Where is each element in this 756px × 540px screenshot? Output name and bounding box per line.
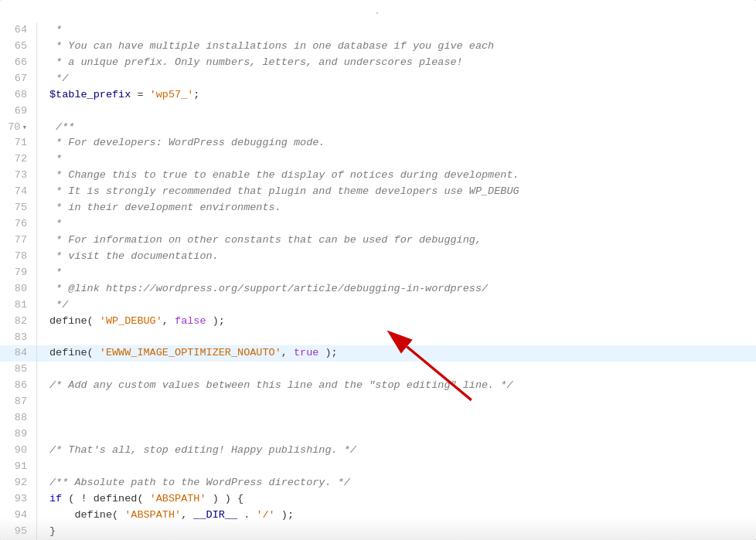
line-content: * xyxy=(37,265,756,281)
line-content: * visit the documentation. xyxy=(37,249,756,265)
line-number: 84 xyxy=(0,345,37,362)
table-row: 95} xyxy=(0,524,756,540)
table-row: 78 * visit the documentation. xyxy=(0,249,756,265)
line-number: 74 xyxy=(0,184,37,200)
table-row: 93if ( ! defined( 'ABSPATH' ) ) { xyxy=(0,491,756,508)
line-content: * in their development environments. xyxy=(37,200,756,216)
line-number: 90 xyxy=(0,443,37,459)
table-row: 89 xyxy=(0,426,756,443)
line-content: * a unique prefix. Only numbers, letters… xyxy=(37,55,756,71)
line-number: 88 xyxy=(0,410,37,426)
line-number: 86 xyxy=(0,378,37,394)
line-content xyxy=(37,410,756,426)
line-content xyxy=(37,394,756,410)
line-content: } xyxy=(37,524,756,540)
table-row: 72 * xyxy=(0,151,756,168)
line-content: /** Absolute path to the WordPress direc… xyxy=(37,475,756,491)
line-number: 95 xyxy=(0,524,37,540)
line-number: 77 xyxy=(0,233,37,249)
code-editor[interactable]: 64 *65 * You can have multiple installat… xyxy=(0,22,756,540)
line-content: /** xyxy=(37,120,756,136)
table-row: 69 xyxy=(0,104,756,120)
line-number: 64 xyxy=(0,22,37,39)
line-content: * xyxy=(37,22,756,39)
code-table: 64 *65 * You can have multiple installat… xyxy=(0,22,756,540)
line-number: 65 xyxy=(0,39,37,55)
line-content: /* Add any custom values between this li… xyxy=(37,378,756,394)
table-row: 67 */ xyxy=(0,71,756,87)
line-content: * xyxy=(37,151,756,168)
line-number: 80 xyxy=(0,281,37,297)
line-content: * For developers: WordPress debugging mo… xyxy=(37,135,756,151)
line-number: 91 xyxy=(0,459,37,475)
table-row: 73 * Change this to true to enable the d… xyxy=(0,168,756,184)
line-number: 67 xyxy=(0,71,37,87)
table-row: 90/* That's all, stop editing! Happy pub… xyxy=(0,443,756,459)
line-content xyxy=(37,104,756,120)
editor-window: · 64 *65 * You can have multiple install… xyxy=(0,0,756,540)
line-number: 75 xyxy=(0,200,37,216)
table-row: 64 * xyxy=(0,22,756,39)
table-row: 92/** Absolute path to the WordPress dir… xyxy=(0,475,756,491)
table-row: 71 * For developers: WordPress debugging… xyxy=(0,135,756,151)
line-content: * @link https://wordpress.org/support/ar… xyxy=(37,281,756,297)
line-number: 89 xyxy=(0,426,37,443)
line-content: * xyxy=(37,216,756,233)
line-content xyxy=(37,426,756,443)
line-number: 79 xyxy=(0,265,37,281)
table-row: 66 * a unique prefix. Only numbers, lett… xyxy=(0,55,756,71)
table-row: 80 * @link https://wordpress.org/support… xyxy=(0,281,756,297)
line-number: 72 xyxy=(0,151,37,168)
table-row: 91 xyxy=(0,459,756,475)
line-content: * For information on other constants tha… xyxy=(37,233,756,249)
line-content: if ( ! defined( 'ABSPATH' ) ) { xyxy=(37,491,756,508)
line-content: * Change this to true to enable the disp… xyxy=(37,168,756,184)
line-content xyxy=(37,362,756,378)
line-number: 87 xyxy=(0,394,37,410)
line-number: 81 xyxy=(0,297,37,314)
line-number: 83 xyxy=(0,330,37,346)
table-row: 68$table_prefix = 'wp57_'; xyxy=(0,87,756,104)
table-row: 84define( 'EWWW_IMAGE_OPTIMIZER_NOAUTO',… xyxy=(0,345,756,362)
line-content: */ xyxy=(37,71,756,87)
line-number: 93 xyxy=(0,491,37,508)
line-content: */ xyxy=(37,297,756,314)
table-row: 74 * It is strongly recommended that plu… xyxy=(0,184,756,200)
line-content: * You can have multiple installations in… xyxy=(37,39,756,55)
line-content: $table_prefix = 'wp57_'; xyxy=(37,87,756,104)
table-row: 87 xyxy=(0,394,756,410)
table-row: 75 * in their development environments. xyxy=(0,200,756,216)
line-number: 69 xyxy=(0,104,37,120)
line-number: 94 xyxy=(0,508,37,524)
table-row: 76 * xyxy=(0,216,756,233)
line-number: 66 xyxy=(0,55,37,71)
line-content: define( 'ABSPATH', __DIR__ . '/' ); xyxy=(37,508,756,524)
line-number: 78 xyxy=(0,249,37,265)
table-row: 70▾ /** xyxy=(0,120,756,136)
line-number: 71 xyxy=(0,135,37,151)
line-number: 68 xyxy=(0,87,37,104)
table-row: 85 xyxy=(0,362,756,378)
table-row: 79 * xyxy=(0,265,756,281)
table-row: 82define( 'WP_DEBUG', false ); xyxy=(0,314,756,330)
line-number: 70▾ xyxy=(0,120,37,136)
line-number: 85 xyxy=(0,362,37,378)
line-content: define( 'EWWW_IMAGE_OPTIMIZER_NOAUTO', t… xyxy=(37,345,756,362)
line-number: 82 xyxy=(0,314,37,330)
table-row: 81 */ xyxy=(0,297,756,314)
line-number: 92 xyxy=(0,475,37,491)
table-row: 86/* Add any custom values between this … xyxy=(0,378,756,394)
line-number: 76 xyxy=(0,216,37,233)
table-row: 65 * You can have multiple installations… xyxy=(0,39,756,55)
line-content xyxy=(37,459,756,475)
line-content: define( 'WP_DEBUG', false ); xyxy=(37,314,756,330)
table-row: 88 xyxy=(0,410,756,426)
table-row: 77 * For information on other constants … xyxy=(0,233,756,249)
table-row: 94 define( 'ABSPATH', __DIR__ . '/' ); xyxy=(0,508,756,524)
table-row: 83 xyxy=(0,330,756,346)
scroll-indicator: · xyxy=(0,0,756,22)
line-content: /* That's all, stop editing! Happy publi… xyxy=(37,443,756,459)
line-content xyxy=(37,330,756,346)
line-number: 73 xyxy=(0,168,37,184)
line-content: * It is strongly recommended that plugin… xyxy=(37,184,756,200)
